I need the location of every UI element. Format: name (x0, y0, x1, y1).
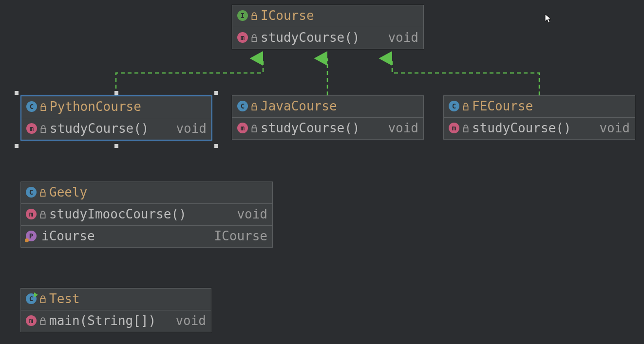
lock-icon (251, 125, 258, 131)
method-icon: m (237, 32, 248, 43)
class-node-fecourse[interactable]: C FECourse m studyCourse() void (443, 95, 635, 140)
class-name: FECourse (472, 99, 533, 113)
lock-icon (462, 125, 469, 131)
method-icon: m (449, 123, 459, 133)
member-row[interactable]: m studyCourse() void (232, 27, 423, 49)
lock-icon (39, 189, 46, 196)
class-name: JavaCourse (261, 99, 337, 113)
node-header: C FECourse (444, 96, 635, 118)
node-header: C Geely (21, 182, 272, 204)
lock-icon (251, 34, 258, 41)
lock-icon (40, 103, 47, 110)
mouse-cursor-icon (545, 14, 552, 24)
member-row[interactable]: m studyCourse() void (232, 118, 423, 139)
node-header: C PythonCourse (21, 96, 211, 118)
class-name: PythonCourse (50, 99, 141, 114)
member-name: studyCourse() (261, 30, 385, 45)
runnable-class-icon: C (26, 293, 37, 304)
node-header: C Test (21, 289, 211, 310)
class-node-test[interactable]: C Test m main(String[]) void (20, 288, 211, 332)
class-name: ICourse (261, 8, 314, 23)
member-name: main(String[]) (49, 313, 172, 328)
class-icon: C (26, 101, 37, 112)
node-header: I ICourse (232, 5, 423, 27)
member-return: void (176, 121, 207, 136)
lock-icon (251, 12, 258, 19)
lock-icon (39, 317, 46, 324)
member-name: iCourse (41, 229, 211, 243)
class-icon: C (237, 101, 248, 111)
node-header: C JavaCourse (232, 96, 423, 118)
member-row[interactable]: m studyCourse() void (21, 118, 211, 140)
class-name: Geely (49, 185, 87, 199)
member-name: studyImoocCourse() (49, 207, 234, 221)
class-name: Test (49, 291, 80, 306)
class-node-pythoncourse[interactable]: C PythonCourse m studyCourse() void (20, 95, 212, 141)
member-return: ICourse (214, 229, 267, 243)
member-return: void (388, 30, 418, 45)
interface-icon: I (237, 10, 248, 21)
lock-icon (40, 125, 47, 132)
lock-icon (251, 103, 258, 109)
method-icon: m (26, 315, 37, 326)
lock-icon (462, 103, 469, 109)
method-icon: m (26, 123, 37, 134)
member-row[interactable]: P iCourse ICourse (21, 225, 272, 247)
diagram-canvas[interactable]: I ICourse m studyCourse() void C PythonC… (0, 0, 644, 344)
class-node-icourse[interactable]: I ICourse m studyCourse() void (232, 5, 424, 49)
member-return: void (175, 313, 206, 328)
member-row[interactable]: m studyImoocCourse() void (21, 204, 272, 225)
member-name: studyCourse() (50, 121, 173, 136)
class-icon: C (449, 101, 459, 111)
property-icon: P (26, 231, 37, 241)
member-name: studyCourse() (261, 121, 385, 135)
member-return: void (388, 121, 418, 135)
method-icon: m (26, 209, 37, 219)
member-return: void (599, 121, 630, 135)
member-row[interactable]: m studyCourse() void (444, 118, 635, 139)
member-row[interactable]: m main(String[]) void (21, 310, 211, 332)
class-node-geely[interactable]: C Geely m studyImoocCourse() void P iCou… (20, 181, 273, 248)
lock-icon (39, 295, 46, 302)
method-icon: m (237, 123, 248, 133)
lock-icon (39, 211, 46, 217)
member-name: studyCourse() (472, 121, 596, 135)
class-icon: C (26, 187, 37, 198)
class-node-javacourse[interactable]: C JavaCourse m studyCourse() void (232, 95, 424, 140)
member-return: void (237, 207, 267, 221)
